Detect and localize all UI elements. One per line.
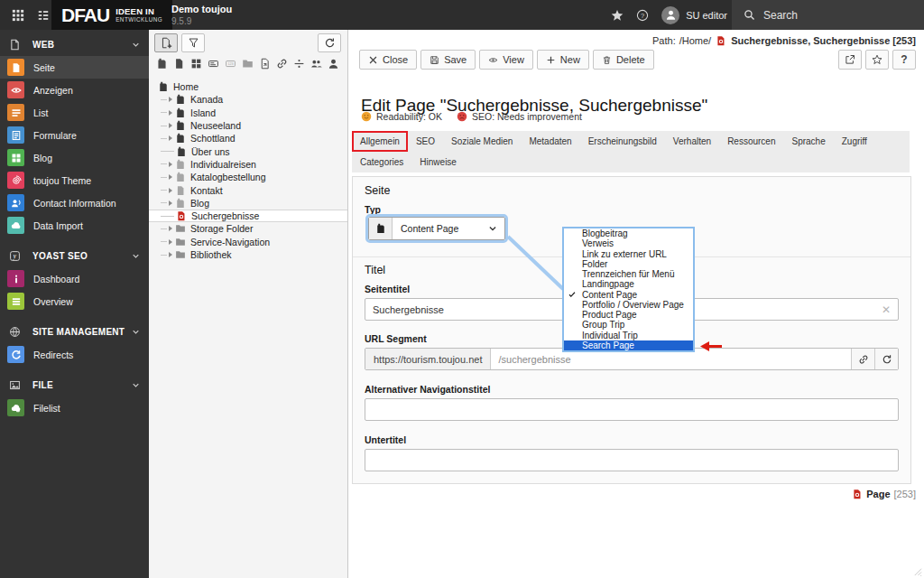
expand-arrow-icon[interactable]: [169, 162, 172, 167]
tab-categories[interactable]: Categories: [352, 152, 411, 172]
expand-arrow-icon[interactable]: [169, 200, 172, 206]
untertitel-input[interactable]: [365, 450, 898, 471]
dropdown-option-link-zu-externer-url[interactable]: Link zu externer URL: [564, 249, 693, 259]
tab-allgemein[interactable]: Allgemein: [352, 131, 408, 152]
expand-arrow-icon[interactable]: [169, 174, 172, 180]
drag-card-num-icon[interactable]: 123: [225, 58, 236, 70]
expand-arrow-icon[interactable]: [169, 123, 172, 128]
sidebar-item-seite[interactable]: Seite: [0, 56, 149, 79]
tab-zugriff[interactable]: Zugriff: [834, 131, 875, 152]
tree-node-katalogbestellung[interactable]: Katalogbestellung: [149, 171, 347, 183]
drag-people-icon[interactable]: [310, 58, 322, 70]
refresh-url-button[interactable]: [874, 349, 898, 369]
tab-sprache[interactable]: Sprache: [783, 131, 833, 152]
drag-grid-icon[interactable]: [190, 58, 202, 70]
dropdown-option-product-page[interactable]: Product Page: [564, 310, 693, 320]
new-button[interactable]: New: [537, 50, 589, 70]
tab-verhalten[interactable]: Verhalten: [665, 131, 719, 152]
expand-arrow-icon[interactable]: [169, 252, 172, 257]
user-menu[interactable]: SU editor: [661, 6, 727, 24]
dropdown-option-blogbeitrag[interactable]: Blogbeitrag: [564, 228, 693, 238]
module-menu-toggle-button[interactable]: [5, 0, 31, 30]
sidebar-item-list[interactable]: List: [0, 101, 149, 124]
sidebar-item-formulare[interactable]: Formulare: [0, 124, 149, 146]
tree-node-suchergebnisse[interactable]: Suchergebnisse: [149, 210, 347, 222]
dropdown-option-content-page[interactable]: Content Page: [564, 290, 693, 300]
global-search[interactable]: Search: [732, 0, 924, 30]
expand-arrow-icon[interactable]: [169, 188, 172, 193]
tree-node-service-navigation[interactable]: Service-Navigation: [149, 236, 347, 248]
tab-hinweise[interactable]: Hinweise: [411, 152, 465, 172]
sidebar-item-redirects[interactable]: Redirects: [0, 343, 149, 366]
sidebar-section-file[interactable]: FILE: [0, 374, 149, 396]
save-button[interactable]: Save: [420, 50, 476, 70]
dropdown-option-verweis[interactable]: Verweis: [564, 238, 693, 248]
close-button[interactable]: Close: [359, 50, 417, 70]
sidebar-section-site-management[interactable]: SITE MANAGEMENT: [0, 321, 149, 343]
sidebar-item-contact-information[interactable]: Contact Information: [0, 191, 149, 214]
sidebar-item-dashboard[interactable]: Dashboard: [0, 267, 149, 290]
drag-divider-icon[interactable]: [293, 58, 305, 70]
dropdown-option-folder[interactable]: Folder: [564, 259, 693, 269]
tree-node-bibliothek[interactable]: Bibliothek: [149, 248, 347, 261]
bookmarks-icon[interactable]: [611, 9, 624, 22]
new-page-button[interactable]: [154, 33, 178, 52]
bookmark-button[interactable]: [865, 50, 889, 70]
drag-doc-icon[interactable]: [173, 58, 185, 70]
drag-folder-icon[interactable]: [242, 58, 254, 70]
tree-node-schottland[interactable]: Schottland: [149, 132, 347, 144]
nav-title-input[interactable]: [365, 399, 898, 420]
dropdown-option-trennzeichen-f-r-men[interactable]: Trennzeichen für Menü: [564, 269, 693, 279]
refresh-tree-button[interactable]: [318, 33, 341, 52]
filter-button[interactable]: [181, 33, 205, 52]
delete-button[interactable]: Delete: [593, 50, 654, 70]
sidebar-item-data-import[interactable]: Data Import: [0, 214, 149, 237]
drag-card-icon[interactable]: [208, 58, 219, 70]
help-icon[interactable]: ?: [636, 9, 649, 22]
drag-page-icon[interactable]: [156, 58, 168, 70]
dropdown-option-search-page[interactable]: Search Page: [564, 340, 693, 350]
tree-node-storage-folder[interactable]: Storage Folder: [149, 222, 347, 235]
sidebar-item-filelist[interactable]: Filelist: [0, 396, 149, 419]
dropdown-option-individual-trip[interactable]: Individual Trip: [564, 331, 693, 340]
recalculate-url-button[interactable]: [851, 349, 874, 369]
tree-node-ber-uns[interactable]: Über uns: [149, 144, 347, 157]
tab-soziale-medien[interactable]: Soziale Medien: [443, 131, 521, 152]
sidebar-item-blog[interactable]: Blog: [0, 146, 149, 169]
expand-arrow-icon[interactable]: [169, 226, 172, 231]
top-bar: DFAU IDEEN IN ENTWICKLUNG Demo toujou 9.…: [0, 0, 924, 30]
tree-node-individualreisen[interactable]: Individualreisen: [149, 158, 347, 171]
clear-input-icon[interactable]: ✕: [874, 303, 898, 316]
drag-person-icon[interactable]: [328, 58, 339, 70]
tab-seo[interactable]: SEO: [408, 131, 443, 152]
expand-arrow-icon[interactable]: [169, 239, 172, 245]
resize-handle[interactable]: [912, 566, 922, 576]
tree-node-kanada[interactable]: Kanada: [149, 93, 347, 106]
dfau-logo[interactable]: DFAU IDEEN IN ENTWICKLUNG: [51, 0, 172, 30]
sidebar-section-yoast-seo[interactable]: yYOAST SEO: [0, 245, 149, 267]
tree-node-blog[interactable]: Blog: [149, 197, 347, 210]
tab-metadaten[interactable]: Metadaten: [521, 131, 579, 152]
tree-node-island[interactable]: Island: [149, 107, 347, 119]
tree-node-home[interactable]: Home: [149, 80, 347, 93]
sidebar-item-overview[interactable]: Overview: [0, 290, 149, 312]
tab-ressourcen[interactable]: Ressourcen: [719, 131, 783, 152]
expand-arrow-icon[interactable]: [169, 97, 172, 102]
page-type-select[interactable]: Content Page: [368, 217, 505, 240]
sidebar-section-web[interactable]: WEB: [0, 33, 149, 56]
help-button[interactable]: ?: [892, 50, 916, 70]
expand-arrow-icon[interactable]: [169, 135, 172, 141]
drag-page-arrow-icon[interactable]: [259, 58, 271, 70]
tab-erscheinungsbild[interactable]: Erscheinungsbild: [580, 131, 665, 152]
dropdown-option-landingpage[interactable]: Landingpage: [564, 279, 693, 289]
dropdown-option-portfolio-overview-page[interactable]: Portfolio / Overview Page: [564, 300, 693, 310]
tree-node-kontakt[interactable]: Kontakt: [149, 183, 347, 196]
sidebar-item-anzeigen[interactable]: Anzeigen: [0, 79, 149, 101]
open-in-new-window-button[interactable]: [838, 50, 862, 70]
drag-link-icon[interactable]: [276, 58, 288, 70]
tree-node-neuseeland[interactable]: Neuseeland: [149, 119, 347, 132]
dropdown-option-group-trip[interactable]: Group Trip: [564, 320, 693, 330]
expand-arrow-icon[interactable]: [169, 110, 172, 116]
sidebar-item-toujou-theme[interactable]: toujou Theme: [0, 169, 149, 191]
view-button[interactable]: View: [479, 50, 533, 70]
